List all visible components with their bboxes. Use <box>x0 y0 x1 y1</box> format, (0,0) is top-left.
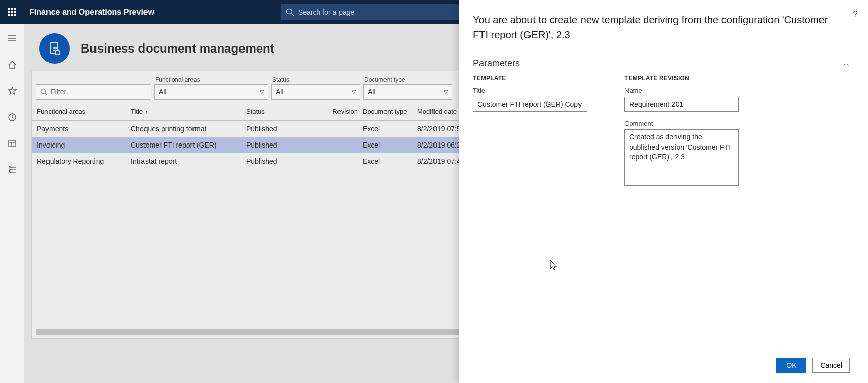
ok-button[interactable]: OK <box>776 358 806 373</box>
cell-document-type: Excel <box>362 141 416 149</box>
help-icon[interactable]: ? <box>853 9 858 20</box>
cell-document-type: Excel <box>362 125 416 133</box>
svg-rect-0 <box>8 8 10 10</box>
cell-functional-areas: Regulatory Reporting <box>36 157 130 165</box>
svg-rect-6 <box>8 14 10 16</box>
app-title: Finance and Operations Preview <box>29 8 154 17</box>
functional-areas-label: Functional areas <box>154 76 268 83</box>
svg-rect-25 <box>56 51 60 55</box>
col-functional-areas[interactable]: Functional areas <box>36 106 130 117</box>
svg-rect-7 <box>11 14 13 16</box>
col-title[interactable]: Title↑ <box>130 106 245 117</box>
svg-point-20 <box>9 169 10 171</box>
col-status[interactable]: Status <box>245 106 317 117</box>
document-type-value: All <box>368 88 376 96</box>
svg-rect-1 <box>11 8 13 10</box>
svg-rect-5 <box>14 11 16 13</box>
home-icon[interactable] <box>4 57 20 73</box>
name-field-label: Name <box>624 87 756 94</box>
cell-status: Published <box>245 141 317 149</box>
recent-icon[interactable] <box>4 109 20 125</box>
cell-document-type: Excel <box>362 157 416 165</box>
col-document-type[interactable]: Document type <box>362 106 416 117</box>
svg-rect-15 <box>9 140 16 147</box>
modules-icon[interactable] <box>4 162 20 178</box>
chevron-down-icon: ▽ <box>444 89 448 95</box>
page-icon <box>39 33 70 64</box>
comment-field-label: Comment <box>624 120 756 127</box>
filter-box[interactable] <box>36 84 151 100</box>
chevron-down-icon: ▽ <box>260 89 264 95</box>
status-value: All <box>276 88 284 96</box>
sort-asc-icon: ↑ <box>145 109 148 115</box>
workspaces-icon[interactable] <box>4 135 20 152</box>
revision-group-label: TEMPLATE REVISION <box>624 75 756 82</box>
filter-input[interactable] <box>51 88 147 96</box>
name-input[interactable] <box>624 97 739 112</box>
cell-status: Published <box>245 125 317 133</box>
cell-functional-areas: Invoicing <box>36 141 130 149</box>
svg-point-22 <box>9 172 10 173</box>
chevron-up-icon: ︿ <box>843 59 850 68</box>
svg-line-27 <box>45 93 47 95</box>
functional-areas-value: All <box>159 88 167 96</box>
favorites-icon[interactable] <box>4 83 20 99</box>
chevron-down-icon: ▽ <box>352 89 356 95</box>
cell-title: Intrastat report <box>130 157 245 165</box>
search-icon <box>286 8 294 16</box>
template-group-label: TEMPLATE <box>473 75 604 82</box>
svg-rect-4 <box>11 11 13 13</box>
app-launcher-button[interactable] <box>0 0 24 24</box>
cell-status: Published <box>245 157 317 165</box>
template-revision-column: TEMPLATE REVISION Name Comment <box>624 75 756 196</box>
cell-title: Customer FTI report (GER) <box>130 141 245 149</box>
title-field-label: Title <box>473 87 604 94</box>
svg-line-10 <box>292 14 294 16</box>
hamburger-menu-button[interactable] <box>4 30 20 46</box>
svg-rect-3 <box>8 11 10 13</box>
svg-point-26 <box>41 89 46 94</box>
status-label: Status <box>271 76 360 83</box>
pane-heading: You are about to create new template der… <box>473 12 850 52</box>
document-type-dropdown[interactable]: All ▽ <box>363 84 452 100</box>
cancel-button[interactable]: Cancel <box>812 358 850 373</box>
svg-point-9 <box>287 9 292 14</box>
svg-rect-2 <box>14 8 16 10</box>
document-type-label: Document type <box>363 76 452 83</box>
functional-areas-dropdown[interactable]: All ▽ <box>154 84 268 100</box>
cell-functional-areas: Payments <box>36 125 130 133</box>
create-template-pane: ? You are about to create new template d… <box>459 0 868 383</box>
title-input[interactable] <box>473 97 587 112</box>
template-column: TEMPLATE Title <box>473 75 604 196</box>
status-dropdown[interactable]: All ▽ <box>271 84 360 100</box>
global-search[interactable] <box>281 4 459 20</box>
comment-textarea[interactable] <box>624 129 739 186</box>
col-revision[interactable]: Revision <box>317 106 362 117</box>
global-search-input[interactable] <box>298 8 454 16</box>
svg-rect-8 <box>14 14 16 16</box>
svg-point-18 <box>9 167 10 168</box>
parameters-body: TEMPLATE Title TEMPLATE REVISION Name Co… <box>473 75 850 196</box>
filter-icon <box>40 88 47 95</box>
cell-title: Cheques printing format <box>130 125 245 133</box>
pane-footer: OK Cancel <box>473 352 850 373</box>
page-title: Business document management <box>81 41 274 56</box>
parameters-title: Parameters <box>473 58 520 69</box>
parameters-section-header[interactable]: Parameters ︿ <box>473 52 850 72</box>
left-nav-rail <box>0 24 24 383</box>
